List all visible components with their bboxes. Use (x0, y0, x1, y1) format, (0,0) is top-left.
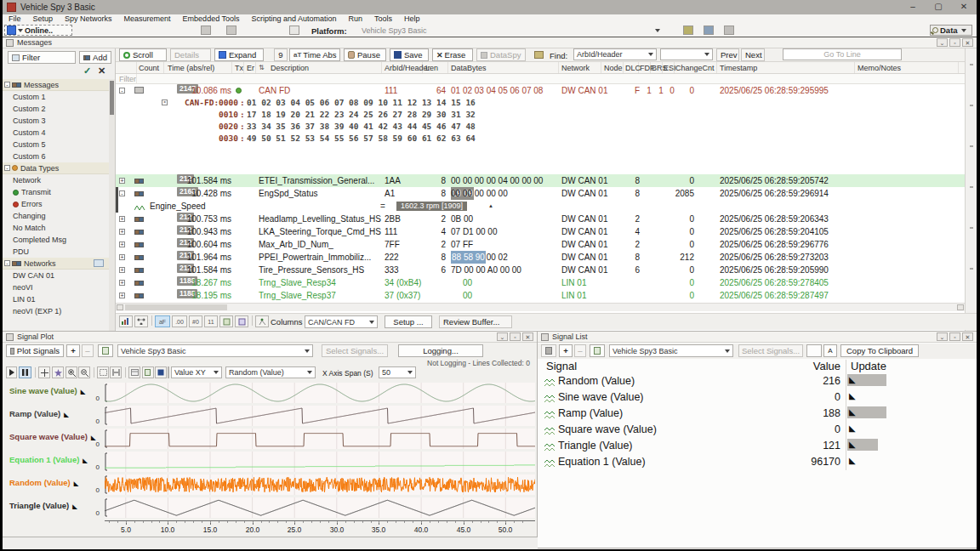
sidebar-item-custom-1[interactable]: Custom 1 (3, 91, 109, 103)
row-expand-icon[interactable]: + (119, 254, 125, 260)
column-header-timestamp[interactable]: Timestamp (720, 64, 757, 72)
hardware-icon[interactable] (704, 26, 714, 35)
chevron-down-icon[interactable] (725, 349, 730, 353)
column-header-time-abs-rel-[interactable]: Time (abs/rel) (168, 64, 214, 72)
plot-area[interactable]: Sine wave (Value)◣0Ramp (Value)◣0Square … (3, 332, 537, 537)
book1-button[interactable] (219, 315, 233, 327)
collapse-icon[interactable]: - (4, 165, 10, 171)
row-expand-icon[interactable]: + (119, 241, 125, 247)
subplot-triangle[interactable] (105, 497, 535, 518)
sidebar-item-neovi[interactable]: neoVI (3, 281, 109, 293)
cursor-icon[interactable]: ◣ (72, 503, 77, 509)
find-field-select[interactable]: ArbId/Header (573, 48, 657, 60)
row-expand-icon[interactable]: + (119, 280, 125, 286)
subplot-noise[interactable] (105, 474, 535, 495)
messages-view-icon[interactable] (201, 26, 211, 35)
cursor-icon[interactable]: ◣ (83, 457, 87, 463)
platform-setup-icon[interactable] (683, 26, 693, 35)
columns-select[interactable]: CAN/CAN FD (305, 315, 378, 328)
column-header-dlc[interactable]: DLC (625, 64, 641, 72)
table-row[interactable]: +212100.943 msLKA_Steering_Torque_Cmd_HS… (116, 225, 965, 238)
chevron-down-icon[interactable] (961, 29, 966, 32)
sidebar-item-changing[interactable]: Changing (3, 210, 109, 222)
hscroll-thumb[interactable] (125, 304, 227, 310)
scroll-right-arrow[interactable] (957, 304, 964, 310)
sidebar-item-custom-2[interactable]: Custom 2 (3, 103, 109, 115)
tree-group-messages[interactable]: -Messages (3, 79, 109, 91)
wrench-icon[interactable] (724, 26, 734, 35)
table-row[interactable]: +118818.195 msTrng_Slave_Resp3737 (0x37)… (116, 289, 965, 302)
row-expand-icon[interactable]: + (119, 229, 125, 235)
menu-item-measurement[interactable]: Measurement (118, 14, 177, 24)
cursor-icon[interactable]: ◣ (91, 435, 95, 440)
table-row[interactable]: +212101.584 msETEI_Transmission_General.… (116, 174, 965, 187)
sidebar-item-neovi-exp-1-[interactable]: neoVI (EXP 1) (3, 305, 109, 317)
sidebar-item-completed-msg[interactable]: Completed Msg (3, 234, 109, 246)
panel-restore-button[interactable]: ▫ (949, 38, 960, 47)
row-expand-icon[interactable]: + (119, 267, 125, 273)
collapse-icon[interactable]: - (4, 82, 10, 88)
chevron-down-icon[interactable] (655, 29, 660, 32)
dataspy-button[interactable]: DataSpy (476, 48, 526, 61)
panel-close-button[interactable]: ✕ (962, 332, 973, 341)
panel-restore-button[interactable]: ▫ (949, 332, 960, 341)
subplot-square[interactable] (105, 429, 535, 449)
cursor-icon[interactable]: ◣ (64, 412, 68, 418)
table-header-row[interactable]: CountTime (abs/rel)TxErDescriptionArbId/… (116, 62, 977, 74)
panel-menu-button[interactable]: ⌄ (937, 38, 948, 47)
messages-hscrollbar[interactable] (116, 303, 965, 311)
book2-button[interactable] (235, 315, 248, 327)
format-ascii-button[interactable]: 11 (204, 315, 218, 327)
signal-list-row[interactable]: Ramp (Value)188◣ (538, 405, 977, 421)
messages-vscrollbar[interactable] (965, 48, 977, 331)
review-buffer-button[interactable]: Review Buffer... (439, 315, 512, 328)
menu-item-spy-networks[interactable]: Spy Networks (59, 14, 118, 24)
goto-line-input[interactable]: Go To Line (783, 48, 902, 60)
chevron-down-icon[interactable] (648, 53, 653, 56)
network-setup-icon[interactable] (94, 259, 104, 267)
column-header-databytes[interactable]: DataBytes (451, 64, 487, 72)
sidebar-item-custom-3[interactable]: Custom 3 (3, 115, 109, 127)
column-header-esi[interactable]: ESI (664, 64, 676, 72)
sidebar-scrollbar[interactable] (109, 79, 115, 331)
menu-item-help[interactable]: Help (398, 14, 426, 24)
menu-item-run[interactable]: Run (343, 14, 369, 24)
format-bin-button[interactable]: #0 (189, 315, 202, 327)
setup-button[interactable]: Setup ... (385, 315, 432, 328)
table-row[interactable]: +212101.584 msTire_Pressure_Sensors_HS33… (116, 264, 965, 276)
sidebar-item-custom-5[interactable]: Custom 5 (3, 139, 109, 151)
signal-list-row[interactable]: Sine wave (Value)0◣ (538, 389, 977, 405)
menu-item-embedded-tools[interactable]: Embedded Tools (177, 14, 246, 24)
menu-item-tools[interactable]: Tools (368, 14, 398, 24)
table-row[interactable]: +118818.267 msTrng_Slave_Resp3434 (0xB4)… (116, 276, 965, 289)
column-header-count[interactable]: Count (139, 64, 159, 72)
next-button[interactable]: Next (741, 48, 765, 61)
apply-filter-icon[interactable]: ✓ (83, 65, 91, 77)
signal-list-row[interactable]: Random (Value)216◣ (538, 372, 977, 389)
scroll-left-arrow[interactable] (117, 304, 123, 310)
add-signal-button[interactable]: + (559, 344, 573, 357)
row-expand-icon[interactable]: - (119, 190, 125, 196)
font-bigger-button[interactable] (806, 344, 822, 357)
subplot-sine[interactable] (105, 383, 535, 403)
format-dec-button[interactable]: .00 (172, 315, 187, 327)
sidebar-item-lin-01[interactable]: LIN 01 (3, 293, 109, 305)
value-column-header[interactable]: Value (738, 360, 840, 372)
table-filter-row[interactable]: Filter (116, 74, 977, 84)
clear-filter-icon[interactable]: ✕ (98, 65, 105, 77)
cursor-icon[interactable]: ◣ (81, 389, 85, 395)
column-header-memo-notes[interactable]: Memo/Notes (858, 64, 901, 72)
sidebar-item-no-match[interactable]: No Match (3, 222, 109, 234)
sidebar-item-errors[interactable]: Errors (3, 198, 109, 210)
row-expand-icon[interactable]: - (119, 88, 125, 94)
subplot-sawtooth[interactable] (105, 406, 535, 426)
subplot-slow_rise[interactable] (105, 452, 535, 472)
minimize-button[interactable]: – (902, 1, 924, 13)
panel-menu-button[interactable]: ⌄ (937, 332, 948, 341)
select-signals-button[interactable]: Select Signals... (738, 344, 803, 357)
column-header-description[interactable]: Description (271, 64, 309, 72)
update-column-header[interactable]: Update (851, 360, 886, 372)
sidebar-item-transmit[interactable]: Transmit (3, 186, 109, 198)
network-graph-button[interactable] (134, 315, 148, 327)
table-row[interactable]: +213101.964 msPPEI_Powertrain_Immobiliz.… (116, 251, 965, 264)
